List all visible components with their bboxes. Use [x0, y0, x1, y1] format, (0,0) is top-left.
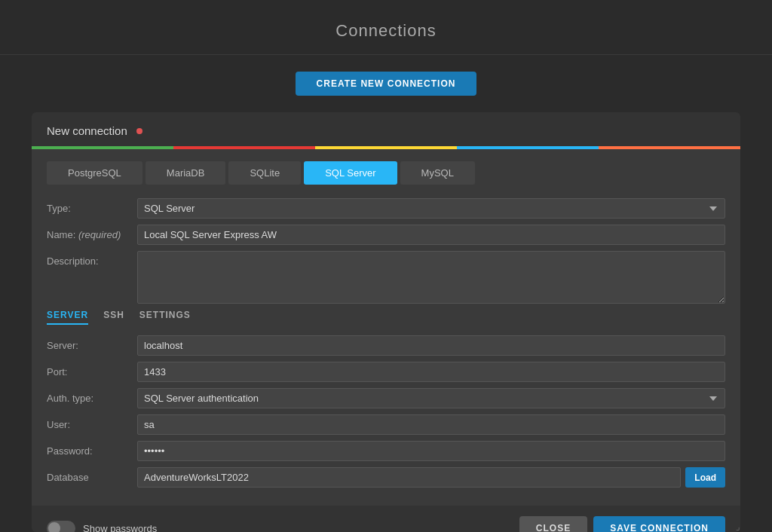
name-label: Name: (required) — [47, 225, 137, 240]
create-btn-row: CREATE NEW CONNECTION — [0, 72, 772, 96]
db-tabs: PostgreSQL MariaDB SQLite SQL Server MyS… — [47, 161, 725, 185]
sub-tab-ssh[interactable]: SSH — [103, 310, 124, 325]
dialog-footer: Show passwords CLOSE SAVE CONNECTION — [32, 506, 740, 532]
user-input[interactable] — [137, 414, 725, 435]
tab-sqlserver[interactable]: SQL Server — [304, 161, 397, 185]
tab-sqlite[interactable]: SQLite — [228, 161, 301, 185]
description-row: Description: — [47, 251, 725, 304]
password-input[interactable] — [137, 441, 725, 461]
port-row: Port: — [47, 362, 725, 382]
page-title: Connections — [335, 0, 436, 54]
show-passwords-toggle[interactable] — [47, 521, 75, 532]
server-input[interactable] — [137, 335, 725, 356]
type-row: Type: SQL Server — [47, 198, 725, 219]
password-row: Password: — [47, 441, 725, 461]
description-textarea[interactable] — [137, 251, 725, 304]
database-input[interactable] — [137, 467, 681, 488]
resize-handle[interactable]: ⌟ — [730, 521, 740, 532]
auth-type-row: Auth. type: SQL Server authentication — [47, 388, 725, 408]
dialog-body: PostgreSQL MariaDB SQLite SQL Server MyS… — [32, 149, 740, 506]
password-label: Password: — [47, 441, 137, 457]
toggle-knob — [48, 522, 60, 532]
new-connection-dialog: New connection PostgreSQL MariaDB SQLite… — [32, 112, 740, 532]
create-new-connection-button[interactable]: CREATE NEW CONNECTION — [296, 72, 477, 96]
auth-type-select[interactable]: SQL Server authentication — [137, 388, 725, 408]
close-button[interactable]: CLOSE — [519, 516, 587, 532]
dialog-title: New connection — [47, 124, 127, 137]
port-label: Port: — [47, 362, 137, 378]
load-button[interactable]: Load — [685, 467, 725, 488]
save-connection-button[interactable]: SAVE CONNECTION — [593, 516, 725, 532]
tab-mysql[interactable]: MySQL — [400, 161, 475, 185]
type-select[interactable]: SQL Server — [137, 198, 725, 219]
server-label: Server: — [47, 335, 137, 351]
dialog-title-dot — [136, 128, 142, 134]
user-label: User: — [47, 414, 137, 430]
name-input[interactable] — [137, 225, 725, 245]
sub-tab-settings[interactable]: SETTINGS — [139, 310, 191, 325]
tab-postgresql[interactable]: PostgreSQL — [47, 161, 142, 185]
port-input[interactable] — [137, 362, 725, 382]
user-row: User: — [47, 414, 725, 435]
show-passwords-label: Show passwords — [83, 523, 157, 533]
title-divider — [0, 54, 772, 55]
sub-tab-server[interactable]: SERVER — [47, 310, 88, 325]
show-passwords-row: Show passwords — [47, 521, 157, 532]
server-row: Server: — [47, 335, 725, 356]
footer-buttons: CLOSE SAVE CONNECTION — [519, 516, 725, 532]
database-row: Database Load — [47, 467, 725, 488]
type-label: Type: — [47, 198, 137, 214]
name-row: Name: (required) — [47, 225, 725, 245]
sub-tabs: SERVER SSH SETTINGS — [47, 310, 725, 325]
tab-mariadb[interactable]: MariaDB — [146, 161, 226, 185]
description-label: Description: — [47, 251, 137, 267]
database-label: Database — [47, 467, 137, 483]
auth-type-label: Auth. type: — [47, 388, 137, 404]
database-input-group: Load — [137, 467, 725, 488]
dialog-header: New connection — [32, 112, 740, 146]
